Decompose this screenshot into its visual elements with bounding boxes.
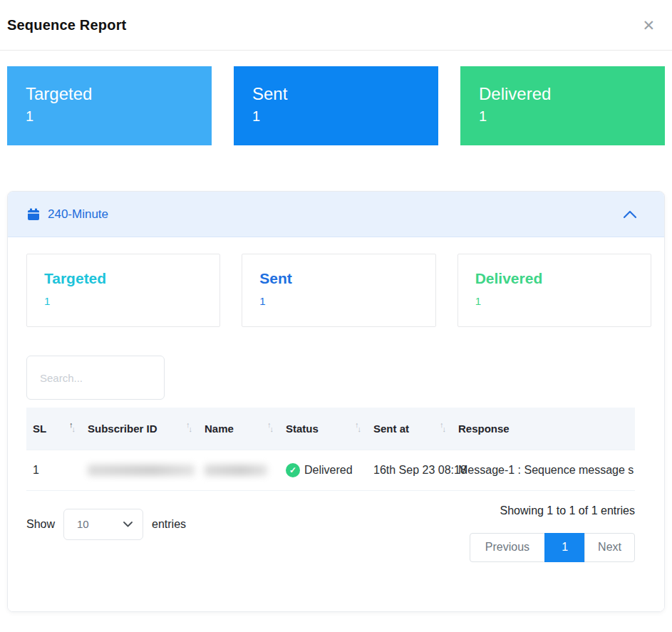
page-size-group: Show 10 entries <box>26 509 186 540</box>
entries-label: entries <box>152 518 186 531</box>
column-label: Sent at <box>373 423 409 435</box>
summary-card-delivered: Delivered 1 <box>460 66 665 145</box>
search-input[interactable] <box>26 356 165 400</box>
stat-card-label: Delivered <box>475 270 651 287</box>
sequence-section-card: 240-Minute Targeted 1 Sent 1 <box>7 191 665 612</box>
summary-card-targeted: Targeted 1 <box>7 66 212 145</box>
cell-sl: 1 <box>26 450 81 490</box>
page-size-select[interactable]: 10 <box>63 509 143 540</box>
sequence-report-modal: Sequence Report ✕ Targeted 1 Sent 1 Deli… <box>0 0 672 632</box>
table-header-row: SL ↑↓ Subscriber ID ↑↓ <box>26 408 635 450</box>
table-footer: Show 10 entries Showing 1 to 1 <box>26 503 635 562</box>
column-header-sl[interactable]: SL ↑↓ <box>26 408 81 450</box>
stat-card-sent: Sent 1 <box>242 254 435 327</box>
cell-name <box>198 450 279 490</box>
sort-icon: ↑↓ <box>267 425 274 432</box>
cell-sent-at: 16th Sep 23 08:18 <box>367 450 452 490</box>
stat-card-targeted: Targeted 1 <box>26 254 220 327</box>
redacted-name <box>205 465 267 476</box>
previous-page-button[interactable]: Previous <box>470 533 545 562</box>
next-page-button[interactable]: Next <box>584 533 635 562</box>
section-title: 240-Minute <box>48 207 108 222</box>
chevron-down-icon <box>123 522 133 527</box>
summary-card-value: 1 <box>479 108 665 125</box>
summary-card-label: Sent <box>252 83 438 105</box>
summary-card-value: 1 <box>252 108 438 125</box>
column-label: Response <box>458 423 510 435</box>
column-label: Name <box>205 423 234 435</box>
summary-card-label: Targeted <box>26 83 212 105</box>
page-title: Sequence Report <box>7 17 126 33</box>
page-number-button[interactable]: 1 <box>544 533 585 562</box>
sort-icon: ↑↓ <box>186 425 192 432</box>
stat-card-value: 1 <box>259 295 435 307</box>
column-label: SL <box>33 423 46 435</box>
show-label: Show <box>26 518 55 531</box>
stat-card-value: 1 <box>44 295 219 307</box>
stat-card-value: 1 <box>475 295 651 307</box>
report-table: SL ↑↓ Subscriber ID ↑↓ <box>26 408 635 491</box>
stat-card-delivered: Delivered 1 <box>458 254 651 327</box>
cell-subscriber-id <box>81 450 198 490</box>
status-text: Delivered <box>304 464 353 477</box>
summary-card-value: 1 <box>26 108 212 125</box>
sort-icon: ↑↓ <box>69 425 76 432</box>
section-body: Targeted 1 Sent 1 Delivered 1 <box>8 237 664 611</box>
summary-card-label: Delivered <box>479 83 665 105</box>
section-collapse-header[interactable]: 240-Minute <box>8 192 664 237</box>
entries-summary: Showing 1 to 1 of 1 entries <box>500 504 635 517</box>
sort-icon: ↑↓ <box>440 425 446 432</box>
pagination: Previous 1 Next <box>470 533 635 562</box>
cell-response: Message-1 : Sequence message s <box>452 450 635 490</box>
chevron-up-icon[interactable] <box>623 210 637 219</box>
column-header-sent-at[interactable]: Sent at ↑↓ <box>367 408 452 450</box>
column-label: Subscriber ID <box>88 423 157 435</box>
column-header-name[interactable]: Name ↑↓ <box>198 408 279 450</box>
table-row: 1 ✓ Delivered 16th Sep 23 08:18 <box>26 450 635 490</box>
stat-card-label: Targeted <box>44 270 219 287</box>
close-icon[interactable]: ✕ <box>636 15 661 36</box>
column-header-response[interactable]: Response <box>452 408 635 450</box>
redacted-subscriber-id <box>88 465 195 476</box>
column-label: Status <box>286 423 319 435</box>
page-size-value: 10 <box>77 518 89 530</box>
stat-card-label: Sent <box>259 270 435 287</box>
summary-card-sent: Sent 1 <box>234 66 438 145</box>
sort-icon: ↑↓ <box>355 425 361 432</box>
cell-status: ✓ Delivered <box>279 450 367 490</box>
column-header-status[interactable]: Status ↑↓ <box>279 408 367 450</box>
modal-header: Sequence Report ✕ <box>0 0 672 51</box>
section-stat-cards-row: Targeted 1 Sent 1 Delivered 1 <box>26 254 651 327</box>
summary-cards-row: Targeted 1 Sent 1 Delivered 1 <box>7 66 665 145</box>
check-circle-icon: ✓ <box>286 463 300 477</box>
calendar-icon <box>27 208 40 221</box>
column-header-subscriber-id[interactable]: Subscriber ID ↑↓ <box>81 408 198 450</box>
